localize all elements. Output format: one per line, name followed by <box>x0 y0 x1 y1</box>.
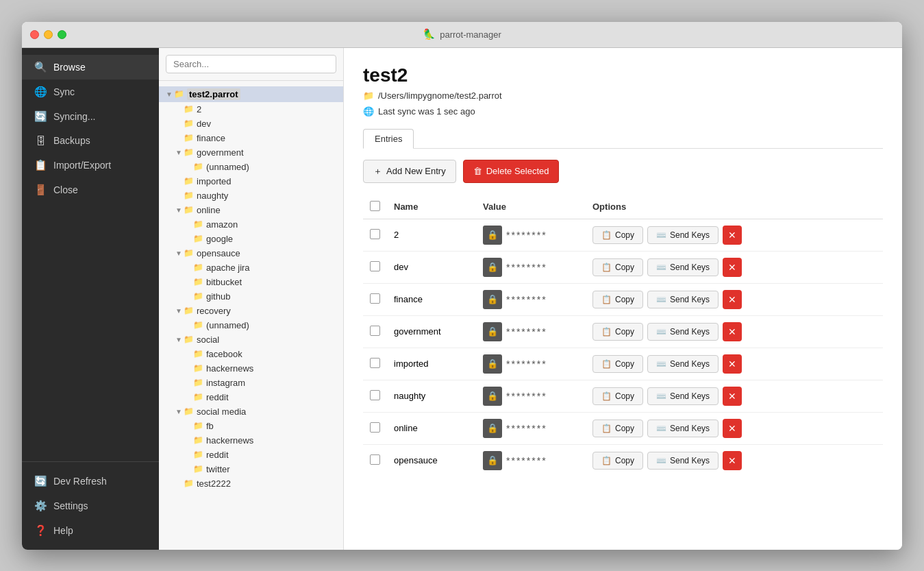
row-checkbox-e5[interactable] <box>370 358 380 368</box>
sidebar-item-browse[interactable]: 🔍 Browse <box>22 55 159 80</box>
remove-button-e3[interactable]: ✕ <box>723 290 742 309</box>
tree-row-hackernews[interactable]: 📁 hackernews <box>159 361 343 376</box>
tree-row-2[interactable]: 📁 2 <box>159 102 343 117</box>
sidebar-item-backups[interactable]: 🗄 Backups <box>22 129 159 153</box>
options-cell-e6: 📋 Copy ⌨️ Send Keys ✕ <box>592 387 876 406</box>
copy-label-e7: Copy <box>615 424 634 433</box>
add-entry-button[interactable]: ＋ Add New Entry <box>363 160 456 183</box>
search-input[interactable] <box>166 55 336 73</box>
copy-button-e1[interactable]: 📋 Copy <box>592 226 643 244</box>
sendkeys-button-e1[interactable]: ⌨️ Send Keys <box>647 226 719 244</box>
sendkeys-button-e6[interactable]: ⌨️ Send Keys <box>647 387 719 405</box>
tree-row-bitbucket[interactable]: 📁 bitbucket <box>159 275 343 289</box>
maximize-button[interactable] <box>58 30 66 39</box>
tree-row-finance[interactable]: 📁 finance <box>159 131 343 145</box>
folder-icon-imported: 📁 <box>184 176 194 186</box>
tree-row-fb[interactable]: 📁 fb <box>159 419 343 433</box>
tree-row-recovery-unnamed[interactable]: 📁 (unnamed) <box>159 318 343 332</box>
tree-toggle-social[interactable]: ▼ <box>174 336 184 343</box>
tree-row-amazon[interactable]: 📁 amazon <box>159 217 343 232</box>
delete-selected-button[interactable]: 🗑 Delete Selected <box>463 160 560 183</box>
tree-row-recovery[interactable]: ▼ 📁 recovery <box>159 304 343 318</box>
sendkeys-label-e2: Send Keys <box>670 263 710 272</box>
folder-icon-reddit2: 📁 <box>193 450 203 459</box>
tree-row-reddit[interactable]: 📁 reddit <box>159 390 343 404</box>
copy-button-e5[interactable]: 📋 Copy <box>592 355 643 373</box>
tree-toggle-opensauce[interactable]: ▼ <box>174 250 184 257</box>
tree-row-test2222[interactable]: 📁 test2222 <box>159 476 343 491</box>
row-checkbox-e4[interactable] <box>370 326 380 336</box>
tree-row-social[interactable]: ▼ 📁 social <box>159 332 343 347</box>
copy-button-e7[interactable]: 📋 Copy <box>592 420 643 437</box>
tree-row-twitter[interactable]: 📁 twitter <box>159 462 343 476</box>
tree-row-github[interactable]: 📁 github <box>159 289 343 304</box>
remove-button-e1[interactable]: ✕ <box>723 226 742 245</box>
sidebar-item-import-export[interactable]: 📋 Import/Export <box>22 153 159 178</box>
sidebar-item-syncing[interactable]: 🔄 Syncing... <box>22 104 159 129</box>
copy-icon-e1: 📋 <box>601 230 612 240</box>
sendkeys-button-e2[interactable]: ⌨️ Send Keys <box>647 258 719 276</box>
sendkeys-label-e1: Send Keys <box>670 230 710 240</box>
tree-toggle-online[interactable]: ▼ <box>174 206 184 214</box>
sidebar-item-dev-refresh[interactable]: 🔄 Dev Refresh <box>22 469 159 494</box>
tree-row-facebook[interactable]: 📁 facebook <box>159 347 343 361</box>
tree-toggle-government[interactable]: ▼ <box>174 149 184 156</box>
remove-button-e4[interactable]: ✕ <box>723 322 742 341</box>
tree-label-social-media: social media <box>197 406 246 417</box>
select-all-checkbox[interactable] <box>370 201 380 211</box>
tree-label-twitter: twitter <box>206 464 230 474</box>
tree-toggle-social-media[interactable]: ▼ <box>174 408 184 415</box>
sendkeys-button-e4[interactable]: ⌨️ Send Keys <box>647 323 719 341</box>
tree-row-hackernews2[interactable]: 📁 hackernews <box>159 433 343 448</box>
copy-button-e6[interactable]: 📋 Copy <box>592 387 643 405</box>
folder-icon-opensauce: 📁 <box>184 248 194 258</box>
remove-button-e8[interactable]: ✕ <box>723 451 742 470</box>
tree-toggle-root[interactable]: ▼ <box>164 90 174 98</box>
tree-row-opensauce[interactable]: ▼ 📁 opensauce <box>159 246 343 260</box>
tree-row-online[interactable]: ▼ 📁 online <box>159 203 343 217</box>
sendkeys-label-e7: Send Keys <box>670 424 710 433</box>
sendkeys-button-e5[interactable]: ⌨️ Send Keys <box>647 355 719 373</box>
tree-row-google[interactable]: 📁 google <box>159 232 343 246</box>
sidebar-item-settings[interactable]: ⚙️ Settings <box>22 494 159 518</box>
tree-row-government[interactable]: ▼ 📁 government <box>159 145 343 160</box>
remove-button-e5[interactable]: ✕ <box>723 354 742 374</box>
remove-button-e7[interactable]: ✕ <box>723 419 742 438</box>
copy-button-e8[interactable]: 📋 Copy <box>592 452 643 470</box>
tree-row-apache-jira[interactable]: 📁 apache jira <box>159 260 343 275</box>
tree-row-social-media[interactable]: ▼ 📁 social media <box>159 404 343 419</box>
tree-row-naughty[interactable]: 📁 naughty <box>159 189 343 203</box>
remove-button-e6[interactable]: ✕ <box>723 387 742 406</box>
close-button[interactable] <box>30 30 39 39</box>
sendkeys-label-e8: Send Keys <box>670 456 710 465</box>
tree-row-instagram[interactable]: 📁 instagram <box>159 376 343 390</box>
tree-row-root[interactable]: ▼ 📁 test2.parrot <box>159 86 343 102</box>
options-cell-e3: 📋 Copy ⌨️ Send Keys ✕ <box>592 290 876 309</box>
copy-label-e3: Copy <box>615 295 634 304</box>
row-checkbox-e7[interactable] <box>370 422 380 433</box>
folder-icon-hackernews: 📁 <box>193 363 203 373</box>
sendkeys-button-e3[interactable]: ⌨️ Send Keys <box>647 291 719 308</box>
sendkeys-button-e8[interactable]: ⌨️ Send Keys <box>647 452 719 470</box>
copy-button-e2[interactable]: 📋 Copy <box>592 258 643 276</box>
tab-entries[interactable]: Entries <box>363 129 414 149</box>
sidebar-item-sync[interactable]: 🌐 Sync <box>22 80 159 104</box>
copy-button-e3[interactable]: 📋 Copy <box>592 291 643 308</box>
row-checkbox-e3[interactable] <box>370 293 380 304</box>
tree-toggle-recovery[interactable]: ▼ <box>174 307 184 315</box>
sendkeys-button-e7[interactable]: ⌨️ Send Keys <box>647 420 719 437</box>
tree-row-government-unnamed[interactable]: 📁 (unnamed) <box>159 160 343 174</box>
row-checkbox-e6[interactable] <box>370 390 380 400</box>
sidebar-item-close[interactable]: 🚪 Close <box>22 178 159 202</box>
remove-button-e2[interactable]: ✕ <box>723 258 742 277</box>
row-checkbox-e8[interactable] <box>370 454 380 465</box>
copy-button-e4[interactable]: 📋 Copy <box>592 323 643 341</box>
tree-row-reddit2[interactable]: 📁 reddit <box>159 448 343 462</box>
tree-row-imported[interactable]: 📁 imported <box>159 174 343 189</box>
tree-row-dev[interactable]: 📁 dev <box>159 117 343 131</box>
row-checkbox-e1[interactable] <box>370 229 380 239</box>
minimize-button[interactable] <box>44 30 53 39</box>
row-checkbox-e2[interactable] <box>370 261 380 271</box>
table-row: opensauce 🔒 ******** 📋 Copy ⌨️ Send Keys… <box>363 444 883 476</box>
sidebar-item-help[interactable]: ❓ Help <box>22 518 159 543</box>
